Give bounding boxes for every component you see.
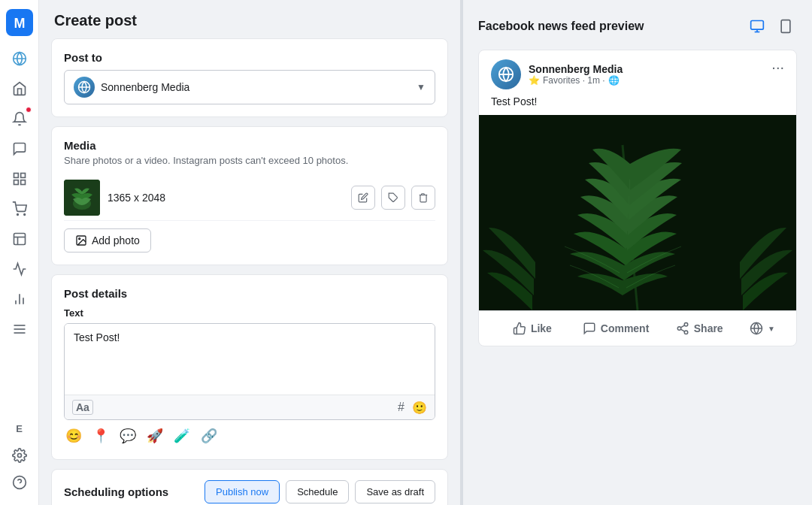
fb-post-actions: Like Comment Share <box>479 310 796 346</box>
left-panel-inner: Post to Sonnenberg Media ▼ Media <box>39 38 460 505</box>
sidebar-item-content[interactable] <box>6 165 33 192</box>
sidebar-item-commerce[interactable] <box>6 195 33 222</box>
scheduling-label: Scheduling options <box>64 485 168 498</box>
preview-header: Facebook news feed preview <box>478 15 797 38</box>
sidebar-item-campaigns[interactable] <box>6 256 33 283</box>
svg-rect-5 <box>20 180 25 185</box>
sidebar-item-ads[interactable] <box>6 225 33 252</box>
svg-point-26 <box>79 238 80 240</box>
svg-point-7 <box>17 214 18 216</box>
svg-line-41 <box>680 325 684 328</box>
svg-point-37 <box>684 323 688 327</box>
svg-point-18 <box>17 454 21 458</box>
media-title: Media <box>64 139 435 152</box>
main-content: Create post Post to Sonnenberg Media ▼ <box>39 0 812 505</box>
edit-media-button[interactable] <box>351 186 375 210</box>
like-action-button[interactable]: Like <box>491 317 574 340</box>
sidebar-item-meta[interactable] <box>6 45 33 72</box>
mobile-view-icon[interactable] <box>774 15 797 38</box>
svg-line-40 <box>680 329 684 331</box>
sidebar-item-inbox[interactable] <box>6 135 33 162</box>
post-text-input[interactable]: Test Post! <box>65 324 435 392</box>
audience-arrow-icon: ▼ <box>768 325 775 333</box>
sidebar-item-notifications[interactable] <box>6 105 33 132</box>
media-thumbnail <box>64 180 100 216</box>
media-action-buttons <box>351 186 435 210</box>
right-panel: Facebook news feed preview <box>463 0 812 505</box>
fb-post-header: Sonnenberg Media ⭐ Favorites · 1m · 🌐 ··… <box>479 50 796 95</box>
tag-media-button[interactable] <box>381 186 405 210</box>
experiment-icon[interactable]: 🧪 <box>174 428 190 444</box>
meta-logo[interactable]: M <box>6 9 33 36</box>
comment-action-button[interactable]: Comment <box>574 317 659 340</box>
post-to-label: Post to <box>64 51 435 64</box>
media-subtitle: Share photos or a video. Instagram posts… <box>64 155 435 166</box>
media-dimensions: 1365 x 2048 <box>108 192 344 204</box>
page-title: Create post <box>39 0 460 38</box>
post-to-card: Post to Sonnenberg Media ▼ <box>51 38 448 117</box>
sidebar-item-home[interactable] <box>6 75 33 102</box>
delete-media-button[interactable] <box>411 186 435 210</box>
svg-point-39 <box>684 331 688 334</box>
fb-page-avatar <box>491 59 521 89</box>
share-action-button[interactable]: Share <box>658 317 741 340</box>
fb-meta-text: Favorites · 1m · <box>543 75 605 86</box>
page-avatar <box>74 77 95 98</box>
audience-button[interactable]: ▼ <box>741 317 784 340</box>
desktop-view-icon[interactable] <box>746 15 768 38</box>
smiley-icon[interactable]: 😊 <box>65 428 82 444</box>
public-icon: 🌐 <box>608 75 620 86</box>
svg-rect-36 <box>479 115 796 310</box>
scheduling-buttons: Publish now Schedule Save as draft <box>205 480 435 503</box>
like-label: Like <box>531 322 552 334</box>
link-icon[interactable]: 🔗 <box>201 428 217 444</box>
sidebar-item-settings[interactable] <box>6 442 33 469</box>
fb-post-image <box>479 115 796 310</box>
sidebar-item-help[interactable] <box>6 469 33 496</box>
sidebar: M <box>0 0 39 505</box>
add-photo-button[interactable]: Add photo <box>64 228 151 252</box>
publish-now-button[interactable]: Publish now <box>205 480 280 503</box>
svg-rect-30 <box>781 20 790 33</box>
preview-title: Facebook news feed preview <box>478 20 644 33</box>
fb-page-name: Sonnenberg Media <box>529 63 623 75</box>
share-label: Share <box>694 322 723 334</box>
notification-badge <box>26 107 32 113</box>
emoji-icon[interactable]: 🙂 <box>412 401 427 415</box>
post-details-card: Post details Text Test Post! Aa # 🙂 <box>51 274 448 460</box>
sidebar-bottom: E <box>6 415 33 496</box>
post-to-dropdown[interactable]: Sonnenberg Media ▼ <box>64 70 435 104</box>
save-draft-button[interactable]: Save as draft <box>355 480 435 503</box>
location-icon[interactable]: 📍 <box>92 428 109 444</box>
fb-more-button[interactable]: ··· <box>771 59 784 74</box>
add-photo-label: Add photo <box>92 234 140 246</box>
fb-post-info: Sonnenberg Media ⭐ Favorites · 1m · 🌐 <box>529 63 623 86</box>
text-area-right-icons: # 🙂 <box>398 401 427 415</box>
sidebar-item-insights[interactable] <box>6 286 33 313</box>
scheduling-card: Scheduling options Publish now Schedule … <box>51 469 448 505</box>
svg-point-8 <box>23 214 25 216</box>
text-area-footer: Aa # 🙂 <box>65 395 435 419</box>
media-item: 1365 x 2048 <box>64 175 435 221</box>
svg-text:M: M <box>14 16 25 31</box>
messenger-icon[interactable]: 💬 <box>120 428 136 444</box>
sidebar-item-more[interactable] <box>6 316 33 343</box>
fb-post-text: Test Post! <box>479 95 796 115</box>
schedule-button[interactable]: Schedule <box>286 480 349 503</box>
facebook-preview-card: Sonnenberg Media ⭐ Favorites · 1m · 🌐 ··… <box>478 50 797 346</box>
dropdown-arrow-icon: ▼ <box>417 82 426 92</box>
selected-page-name: Sonnenberg Media <box>101 81 189 93</box>
fb-avatar-area: Sonnenberg Media ⭐ Favorites · 1m · 🌐 <box>491 59 623 89</box>
hashtag-icon[interactable]: # <box>398 401 404 415</box>
svg-rect-9 <box>14 234 25 245</box>
text-format-icon[interactable]: Aa <box>72 400 93 415</box>
svg-rect-27 <box>751 21 764 30</box>
boost-icon[interactable]: 🚀 <box>147 428 163 444</box>
dropdown-left: Sonnenberg Media <box>74 77 189 98</box>
sidebar-letter: E <box>6 415 33 442</box>
left-panel: Create post Post to Sonnenberg Media ▼ <box>39 0 460 505</box>
svg-rect-4 <box>20 174 25 178</box>
comment-label: Comment <box>601 322 650 334</box>
media-card: Media Share photos or a video. Instagram… <box>51 126 448 265</box>
emoji-toolbar: 😊 📍 💬 🚀 🧪 🔗 <box>64 420 435 447</box>
